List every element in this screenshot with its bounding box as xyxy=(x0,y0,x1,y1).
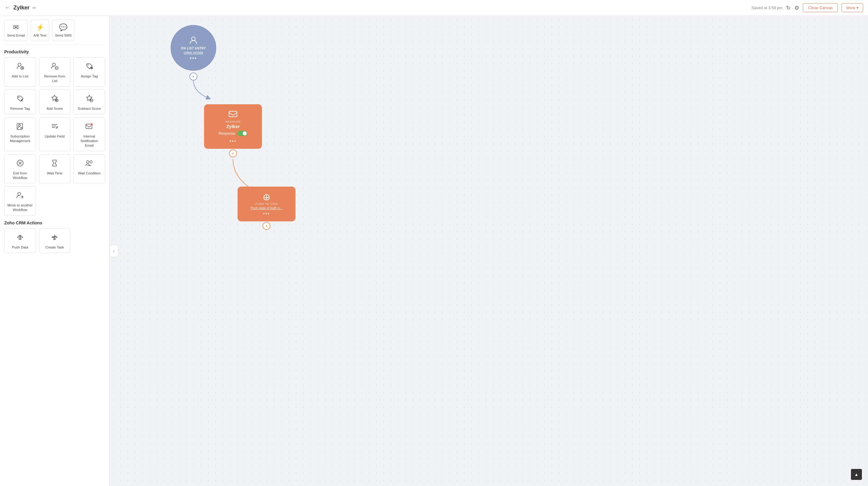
move-to-another-workflow-label: Move to another Workflow xyxy=(7,203,33,212)
entry-expand-button[interactable]: ▾ xyxy=(189,73,197,81)
send-email-icon: ✉ xyxy=(13,24,19,31)
exit-from-workflow-icon xyxy=(16,159,24,169)
assign-tag-icon xyxy=(85,62,93,72)
message-expand-button[interactable]: ▾ xyxy=(229,149,237,157)
settings-button[interactable]: ⚙ xyxy=(794,5,799,11)
connector-entry-message xyxy=(184,80,203,98)
wait-time-icon xyxy=(50,159,59,169)
sidebar-item-ab-test[interactable]: ⚡ A/B Test xyxy=(31,20,49,41)
push-data-label: Push Data xyxy=(12,245,28,250)
entry-node[interactable]: ON LIST ENTRY zylker private ••• xyxy=(170,25,216,71)
entry-node-title: ON LIST ENTRY xyxy=(181,47,206,50)
sidebar-item-remove-tag[interactable]: Remove Tag xyxy=(4,90,36,114)
sidebar-item-send-email[interactable]: ✉ Send Email xyxy=(4,20,28,41)
wait-condition-icon xyxy=(85,159,93,169)
scroll-to-top-button[interactable]: ▲ xyxy=(851,469,862,480)
saved-status: Saved at 3:58 pm xyxy=(752,5,783,10)
svg-point-38 xyxy=(192,37,195,40)
entry-node-icon xyxy=(188,35,198,47)
close-canvas-button[interactable]: Close Canvas xyxy=(803,3,838,12)
header: ← Zylker ✏ Saved at 3:58 pm ↻ ⚙ Close Ca… xyxy=(0,0,868,16)
sidebar-item-wait-condition[interactable]: Wait Condition xyxy=(73,154,105,183)
refresh-button[interactable]: ↻ xyxy=(786,5,790,11)
remove-tag-icon xyxy=(16,94,24,104)
sidebar-item-subscription-management[interactable]: Subscription Management xyxy=(4,117,36,151)
svg-point-12 xyxy=(18,97,19,97)
message-node-dots: ••• xyxy=(208,138,258,144)
push-crm-node[interactable]: PUSH TO CRM Push data of both e... ••• xyxy=(238,187,296,221)
update-field-label: Update Field xyxy=(45,134,65,139)
sidebar-item-add-to-list[interactable]: Add to List xyxy=(4,57,36,87)
add-score-icon xyxy=(50,94,59,104)
sidebar-item-remove-from-list[interactable]: Remove from List xyxy=(39,57,71,87)
crm-expand-button[interactable]: ▾ xyxy=(262,222,271,230)
edit-icon[interactable]: ✏ xyxy=(33,5,36,10)
header-left: ← Zylker ✏ xyxy=(5,5,36,11)
push-data-icon xyxy=(16,233,24,243)
add-to-list-label: Add to List xyxy=(12,74,28,79)
sidebar-item-assign-tag[interactable]: Assign Tag xyxy=(73,57,105,87)
app-title: Zylker xyxy=(13,5,30,11)
sidebar-item-add-score[interactable]: Add Score xyxy=(39,90,71,114)
ab-test-icon: ⚡ xyxy=(36,24,44,31)
sidebar-item-update-field[interactable]: Update Field xyxy=(39,117,71,151)
ab-test-label: A/B Test xyxy=(33,33,46,38)
exit-from-workflow-label: Exit from Workflow xyxy=(7,171,33,180)
top-items-row: ✉ Send Email ⚡ A/B Test 💬 Send SMS xyxy=(4,16,105,45)
add-to-list-icon xyxy=(16,62,24,72)
sidebar-item-wait-time[interactable]: Wait Time xyxy=(39,154,71,183)
zoho-crm-section-header: Zoho CRM Actions xyxy=(4,221,105,225)
remove-from-list-icon xyxy=(50,62,59,72)
push-crm-node-subtitle: Push data of both e... xyxy=(242,206,291,210)
move-to-another-workflow-icon xyxy=(16,191,24,201)
workflow-canvas: ‹ ON LIST ENTRY zylker private ••• ▾ xyxy=(110,16,868,486)
svg-point-4 xyxy=(52,63,56,66)
remove-tag-label: Remove Tag xyxy=(10,107,30,111)
svg-point-28 xyxy=(90,123,93,125)
sidebar-item-push-data[interactable]: Push Data xyxy=(4,228,36,253)
response-toggle[interactable] xyxy=(238,131,247,136)
remove-from-list-label: Remove from List xyxy=(42,74,68,83)
sidebar-item-move-to-another-workflow[interactable]: Move to another Workflow xyxy=(4,186,36,216)
wait-condition-label: Wait Condition xyxy=(78,171,100,176)
wait-time-label: Wait Time xyxy=(47,171,62,176)
crm-actions-grid: Push Data Create Task xyxy=(4,228,105,253)
svg-rect-39 xyxy=(229,111,237,117)
back-button[interactable]: ← xyxy=(5,5,10,11)
entry-node-dots: ••• xyxy=(190,56,197,61)
subtract-score-icon xyxy=(85,94,93,104)
assign-tag-label: Assign Tag xyxy=(81,74,98,79)
subscription-management-icon xyxy=(16,122,24,132)
push-crm-node-dots: ••• xyxy=(242,211,291,217)
sidebar-item-subtract-score[interactable]: Subtract Score xyxy=(73,90,105,114)
push-crm-node-icon xyxy=(242,192,291,202)
update-field-icon xyxy=(50,122,59,132)
subscription-management-label: Subscription Management xyxy=(7,134,33,143)
response-label: Response xyxy=(219,132,235,136)
collapse-sidebar-button[interactable]: ‹ xyxy=(110,245,118,257)
sidebar-item-create-task[interactable]: Create Task xyxy=(39,228,71,253)
sidebar: ✉ Send Email ⚡ A/B Test 💬 Send SMS Produ… xyxy=(0,16,110,486)
message-node-toggle-row: Response xyxy=(208,131,258,136)
sidebar-item-exit-from-workflow[interactable]: Exit from Workflow xyxy=(4,154,36,183)
send-sms-label: Send SMS xyxy=(55,33,71,38)
send-sms-icon: 💬 xyxy=(59,24,67,31)
sidebar-item-internal-notification-email[interactable]: Internal Notification Email xyxy=(73,117,105,151)
productivity-section-header: Productivity xyxy=(4,49,105,54)
more-button[interactable]: More ▾ xyxy=(841,3,863,12)
move-workflow-row: Move to another Workflow xyxy=(4,186,105,216)
message-node-name: Zylker xyxy=(208,124,258,129)
entry-node-subtitle: zylker private xyxy=(184,51,204,54)
svg-point-7 xyxy=(88,64,89,65)
message-node-type: MESSAGE xyxy=(208,120,258,123)
svg-point-32 xyxy=(87,161,89,163)
add-score-label: Add Score xyxy=(46,107,63,111)
sidebar-item-send-sms[interactable]: 💬 Send SMS xyxy=(52,20,74,41)
message-node-icon xyxy=(208,110,258,120)
svg-point-34 xyxy=(18,192,21,195)
svg-point-0 xyxy=(18,63,21,66)
svg-point-33 xyxy=(90,161,92,163)
header-right: Saved at 3:58 pm ↻ ⚙ Close Canvas More ▾ xyxy=(752,3,863,12)
message-node[interactable]: MESSAGE Zylker Response ••• xyxy=(204,104,262,149)
productivity-grid: Add to List Remove from List xyxy=(4,57,105,183)
